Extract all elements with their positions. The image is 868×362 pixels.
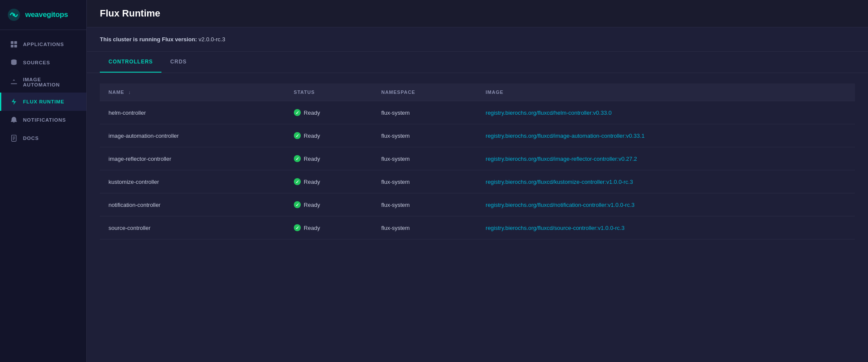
cell-image[interactable]: registry.bierochs.org/fluxcd/image-refle…	[479, 147, 855, 170]
cell-name: image-reflector-controller	[100, 147, 287, 170]
sidebar: weavegitops Applications Sources	[0, 0, 87, 362]
sidebar-item-sources-label: Sources	[23, 60, 50, 65]
bell-icon	[10, 116, 18, 124]
cell-status: Ready	[287, 147, 375, 170]
sidebar-item-image-automation[interactable]: Image Automation	[0, 72, 86, 93]
image-link[interactable]: registry.bierochs.org/fluxcd/notificatio…	[486, 202, 635, 208]
svg-rect-2	[11, 41, 13, 44]
version-text: This cluster is running Flux version: v2…	[100, 36, 225, 43]
sidebar-item-applications[interactable]: Applications	[0, 35, 86, 53]
cell-namespace: flux-system	[374, 170, 479, 193]
controllers-table-container: Name ↓ Status Namespace Image helm-contr…	[87, 83, 868, 239]
sidebar-item-docs-label: Docs	[23, 136, 39, 141]
table-row: notification-controllerReadyflux-systemr…	[100, 193, 855, 216]
page-title: Flux Runtime	[100, 8, 855, 19]
ready-icon	[294, 178, 301, 185]
image-link[interactable]: registry.bierochs.org/fluxcd/image-autom…	[486, 133, 644, 139]
database-icon	[10, 59, 18, 66]
cell-namespace: flux-system	[374, 216, 479, 239]
sidebar-item-image-automation-label: Image Automation	[23, 77, 78, 87]
table-row: helm-controllerReadyflux-systemregistry.…	[100, 101, 855, 124]
cell-name: kustomize-controller	[100, 170, 287, 193]
status-label: Ready	[304, 225, 320, 231]
version-number: v2.0.0-rc.3	[199, 36, 225, 43]
table-body: helm-controllerReadyflux-systemregistry.…	[100, 101, 855, 239]
sidebar-item-applications-label: Applications	[23, 42, 64, 47]
sidebar-item-flux-runtime-label: Flux Runtime	[23, 99, 64, 104]
status-label: Ready	[304, 179, 320, 185]
table-row: source-controllerReadyflux-systemregistr…	[100, 216, 855, 239]
status-label: Ready	[304, 110, 320, 116]
grid-icon	[10, 40, 18, 48]
cell-status: Ready	[287, 193, 375, 216]
cell-namespace: flux-system	[374, 147, 479, 170]
svg-rect-4	[11, 45, 13, 47]
cell-image[interactable]: registry.bierochs.org/fluxcd/notificatio…	[479, 193, 855, 216]
cell-image[interactable]: registry.bierochs.org/fluxcd/source-cont…	[479, 216, 855, 239]
sidebar-item-notifications-label: Notifications	[23, 117, 66, 123]
ready-icon	[294, 132, 301, 139]
logo-icon	[7, 8, 21, 22]
col-header-name[interactable]: Name ↓	[100, 83, 287, 101]
cell-status: Ready	[287, 101, 375, 124]
ready-icon	[294, 224, 301, 231]
tab-controllers[interactable]: Controllers	[100, 52, 161, 73]
controllers-table: Name ↓ Status Namespace Image helm-contr…	[100, 83, 855, 239]
svg-rect-3	[14, 41, 17, 44]
cell-status: Ready	[287, 124, 375, 147]
svg-point-1	[13, 13, 15, 16]
sidebar-item-flux-runtime[interactable]: Flux Runtime	[0, 93, 86, 111]
svg-rect-7	[11, 83, 17, 84]
nav-menu: Applications Sources Image Automation Fl…	[0, 30, 86, 362]
col-header-image: Image	[479, 83, 855, 101]
image-link[interactable]: registry.bierochs.org/fluxcd/source-cont…	[486, 225, 625, 231]
cell-image[interactable]: registry.bierochs.org/fluxcd/kustomize-c…	[479, 170, 855, 193]
table-header-row: Name ↓ Status Namespace Image	[100, 83, 855, 101]
logo: weavegitops	[0, 0, 86, 30]
header: Flux Runtime	[87, 0, 868, 27]
cell-name: notification-controller	[100, 193, 287, 216]
main-content: Flux Runtime This cluster is running Flu…	[87, 0, 868, 362]
status-label: Ready	[304, 133, 320, 139]
cell-status: Ready	[287, 170, 375, 193]
sort-icon: ↓	[128, 90, 131, 95]
status-label: Ready	[304, 202, 320, 208]
table-row: image-automation-controllerReadyflux-sys…	[100, 124, 855, 147]
upload-icon	[10, 78, 18, 86]
cell-name: image-automation-controller	[100, 124, 287, 147]
doc-icon	[10, 134, 18, 142]
content-area: This cluster is running Flux version: v2…	[87, 27, 868, 362]
cell-namespace: flux-system	[374, 124, 479, 147]
sidebar-item-notifications[interactable]: Notifications	[0, 111, 86, 129]
col-header-status: Status	[287, 83, 375, 101]
image-link[interactable]: registry.bierochs.org/fluxcd/image-refle…	[486, 156, 637, 162]
cell-image[interactable]: registry.bierochs.org/fluxcd/helm-contro…	[479, 101, 855, 124]
tab-crds[interactable]: CRDs	[161, 52, 195, 73]
table-row: kustomize-controllerReadyflux-systemregi…	[100, 170, 855, 193]
version-info-bar: This cluster is running Flux version: v2…	[87, 27, 868, 52]
image-link[interactable]: registry.bierochs.org/fluxcd/helm-contro…	[486, 110, 612, 116]
ready-icon	[294, 155, 301, 162]
cell-namespace: flux-system	[374, 101, 479, 124]
bolt-icon	[10, 98, 18, 106]
cell-status: Ready	[287, 216, 375, 239]
tab-bar: Controllers CRDs	[87, 52, 868, 73]
image-link[interactable]: registry.bierochs.org/fluxcd/kustomize-c…	[486, 179, 633, 185]
cell-name: helm-controller	[100, 101, 287, 124]
sidebar-item-docs[interactable]: Docs	[0, 129, 86, 147]
ready-icon	[294, 201, 301, 208]
status-label: Ready	[304, 156, 320, 162]
cell-namespace: flux-system	[374, 193, 479, 216]
table-row: image-reflector-controllerReadyflux-syst…	[100, 147, 855, 170]
svg-rect-5	[14, 45, 17, 47]
logo-text: weavegitops	[25, 10, 68, 19]
col-header-namespace: Namespace	[374, 83, 479, 101]
cell-image[interactable]: registry.bierochs.org/fluxcd/image-autom…	[479, 124, 855, 147]
ready-icon	[294, 109, 301, 116]
sidebar-item-sources[interactable]: Sources	[0, 53, 86, 72]
cell-name: source-controller	[100, 216, 287, 239]
